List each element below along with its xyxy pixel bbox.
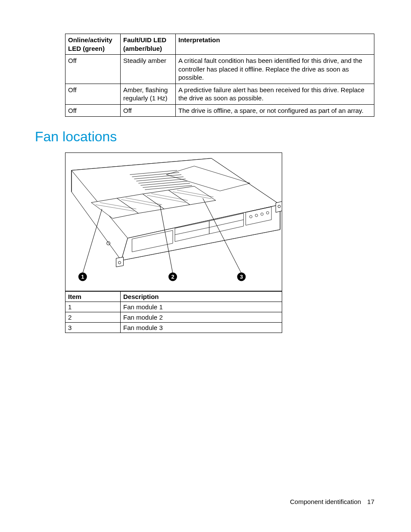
svg-text:2: 2 xyxy=(171,274,174,280)
led-cell: The drive is offline, a spare, or not co… xyxy=(176,104,374,117)
fan-desc: Fan module 3 xyxy=(121,323,282,333)
fan-diagram: 1 2 3 xyxy=(65,152,282,291)
table-row: Off Steadily amber A critical fault cond… xyxy=(65,55,374,84)
svg-marker-6 xyxy=(116,257,124,267)
table-row: 2 Fan module 2 xyxy=(65,312,282,323)
server-chassis-illustration: 1 2 3 xyxy=(65,153,282,291)
fan-module-table: Item Description 1 Fan module 1 2 Fan mo… xyxy=(65,291,282,333)
footer-section-name: Component identification xyxy=(290,498,361,505)
led-col-header-3: Interpretation xyxy=(176,34,374,55)
fan-col-header-item: Item xyxy=(65,292,121,302)
led-cell: Off xyxy=(121,104,176,117)
fan-desc: Fan module 2 xyxy=(121,312,282,323)
page-footer: Component identification 17 xyxy=(290,498,374,505)
table-row: Off Amber, flashing regularly (1 Hz) A p… xyxy=(65,84,374,104)
svg-text:3: 3 xyxy=(240,274,243,280)
footer-page-number: 17 xyxy=(367,498,374,505)
svg-marker-7 xyxy=(276,201,282,212)
table-row: Off Off The drive is offline, a spare, o… xyxy=(65,104,374,117)
table-row: 1 Fan module 1 xyxy=(65,302,282,312)
table-header-row: Item Description xyxy=(65,292,282,302)
section-heading-fan-locations: Fan locations xyxy=(35,129,374,145)
fan-item: 1 xyxy=(65,302,121,312)
led-cell: Off xyxy=(65,55,121,84)
led-cell: Off xyxy=(65,104,121,117)
fan-desc: Fan module 1 xyxy=(121,302,282,312)
led-cell: Off xyxy=(65,84,121,104)
fan-item: 2 xyxy=(65,312,121,323)
led-cell: A predictive failure alert has been rece… xyxy=(176,84,374,104)
led-status-table: Online/activity LED (green) Fault/UID LE… xyxy=(65,34,374,117)
led-cell: Steadily amber xyxy=(121,55,176,84)
table-header-row: Online/activity LED (green) Fault/UID LE… xyxy=(65,34,374,55)
svg-text:1: 1 xyxy=(81,274,84,280)
fan-item: 3 xyxy=(65,323,121,333)
led-col-header-1: Online/activity LED (green) xyxy=(65,34,121,55)
led-col-header-2: Fault/UID LED (amber/blue) xyxy=(121,34,176,55)
table-row: 3 Fan module 3 xyxy=(65,323,282,333)
led-cell: A critical fault condition has been iden… xyxy=(176,55,374,84)
led-cell: Amber, flashing regularly (1 Hz) xyxy=(121,84,176,104)
fan-col-header-desc: Description xyxy=(121,292,282,302)
